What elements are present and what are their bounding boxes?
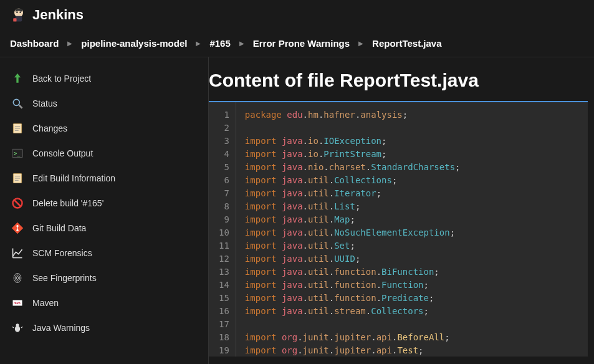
code-line [245, 318, 461, 331]
page-title: Content of file ReportTest.java [209, 70, 588, 91]
nav-label: SCM Forensics [32, 248, 92, 258]
svg-line-32 [21, 327, 23, 328]
maven-icon: mvn [11, 297, 24, 309]
magnify-icon [11, 97, 24, 110]
jenkins-logo[interactable]: Jenkins [10, 6, 84, 24]
code-line [245, 122, 461, 135]
nav-label: Console Output [32, 148, 93, 158]
line-number: 18 [219, 331, 229, 344]
svg-text:mvn: mvn [14, 301, 21, 305]
code-line: import java.nio.charset.StandardCharsets… [245, 161, 461, 174]
code-line: import java.util.Map; [245, 213, 461, 226]
nav-delete[interactable]: Delete build '#165' [0, 191, 208, 216]
line-number: 13 [219, 266, 229, 279]
line-number: 8 [219, 200, 229, 213]
svg-line-18 [14, 200, 21, 206]
breadcrumb: Dashboard▶pipeline-analysis-model▶#165▶E… [0, 30, 594, 57]
git-icon [11, 222, 24, 234]
code-content: package edu.hm.hafner.analysis; import j… [236, 102, 469, 357]
no-icon [11, 197, 24, 209]
nav-console[interactable]: >_Console Output [0, 141, 208, 166]
code-line: import java.util.NoSuchElementException; [245, 226, 461, 239]
breadcrumb-sep: ▶ [67, 40, 72, 47]
code-line: import java.io.PrintStream; [245, 148, 461, 161]
notepad-icon [11, 122, 24, 135]
finger-icon [11, 272, 24, 284]
line-number: 15 [219, 292, 229, 305]
svg-point-5 [13, 99, 19, 105]
svg-line-6 [19, 105, 22, 108]
code-line: import java.util.function.BiFunction; [245, 266, 461, 279]
nav-label: Changes [32, 123, 67, 133]
code-line: import java.util.Collections; [245, 174, 461, 187]
line-number: 14 [219, 279, 229, 292]
nav-label: Git Build Data [32, 223, 86, 233]
breadcrumb-sep: ▶ [239, 40, 244, 47]
breadcrumb-sep: ▶ [196, 40, 201, 47]
line-number: 7 [219, 187, 229, 200]
line-number: 5 [219, 161, 229, 174]
terminal-icon: >_ [11, 147, 24, 160]
code-line: import org.junit.jupiter.api.Test; [245, 344, 461, 357]
main-content: Content of file ReportTest.java 12345678… [209, 57, 594, 364]
nav-edit[interactable]: Edit Build Information [0, 166, 208, 191]
chart-icon [11, 247, 24, 259]
breadcrumb-0[interactable]: Dashboard [10, 38, 59, 49]
nav-label: Delete build '#165' [32, 198, 103, 208]
nav-label: See Fingerprints [32, 273, 97, 283]
sidebar: Back to ProjectStatusChanges>_Console Ou… [0, 57, 209, 364]
code-viewer: 12345678910111213141516171819 package ed… [209, 101, 588, 357]
code-line: import java.util.List; [245, 200, 461, 213]
arrow-up-icon [11, 72, 24, 85]
svg-point-30 [16, 323, 19, 327]
line-number: 10 [219, 226, 229, 239]
code-line: import java.io.IOException; [245, 135, 461, 148]
code-line: package edu.hm.hafner.analysis; [245, 108, 461, 122]
code-line: import java.util.Iterator; [245, 187, 461, 200]
line-number: 6 [219, 174, 229, 187]
nav-status[interactable]: Status [0, 91, 208, 116]
line-number: 1 [219, 108, 229, 122]
svg-point-3 [19, 11, 21, 13]
svg-text:>_: >_ [14, 150, 21, 156]
nav-maven[interactable]: mvnMaven [0, 290, 208, 315]
svg-point-26 [16, 277, 18, 280]
nav-label: Java Warnings [32, 323, 90, 333]
bug-icon [11, 322, 24, 334]
nav-git[interactable]: Git Build Data [0, 216, 208, 241]
nav-label: Maven [32, 298, 59, 308]
code-line: import java.util.function.Function; [245, 279, 461, 292]
svg-point-2 [16, 11, 18, 13]
svg-line-31 [12, 327, 14, 328]
svg-point-25 [15, 275, 20, 281]
line-number: 11 [219, 239, 229, 252]
breadcrumb-sep: ▶ [358, 40, 363, 47]
code-line: import java.util.Set; [245, 239, 461, 252]
line-number: 12 [219, 252, 229, 266]
nav-label: Edit Build Information [32, 173, 115, 183]
line-gutter: 12345678910111213141516171819 [209, 102, 236, 357]
nav-label: Status [32, 98, 57, 108]
header: Jenkins [0, 0, 594, 30]
line-number: 17 [219, 318, 229, 331]
code-line: import java.util.stream.Collectors; [245, 305, 461, 318]
breadcrumb-3[interactable]: Error Prone Warnings [253, 38, 350, 49]
jenkins-icon [10, 6, 27, 24]
brand-text: Jenkins [32, 7, 84, 23]
nav-finger[interactable]: See Fingerprints [0, 266, 208, 290]
nav-label: Back to Project [32, 74, 91, 84]
breadcrumb-4[interactable]: ReportTest.java [372, 38, 441, 49]
nav-warn[interactable]: Java Warnings [0, 315, 208, 340]
line-number: 2 [219, 122, 229, 135]
line-number: 19 [219, 344, 229, 357]
line-number: 16 [219, 305, 229, 318]
nav-changes[interactable]: Changes [0, 116, 208, 141]
nav-back[interactable]: Back to Project [0, 66, 208, 91]
svg-rect-4 [13, 18, 16, 21]
breadcrumb-1[interactable]: pipeline-analysis-model [81, 38, 187, 49]
code-line: import java.util.UUID; [245, 252, 461, 266]
line-number: 3 [219, 135, 229, 148]
nav-scm[interactable]: SCM Forensics [0, 241, 208, 266]
breadcrumb-2[interactable]: #165 [209, 38, 230, 49]
code-line: import org.junit.jupiter.api.BeforeAll; [245, 331, 461, 344]
